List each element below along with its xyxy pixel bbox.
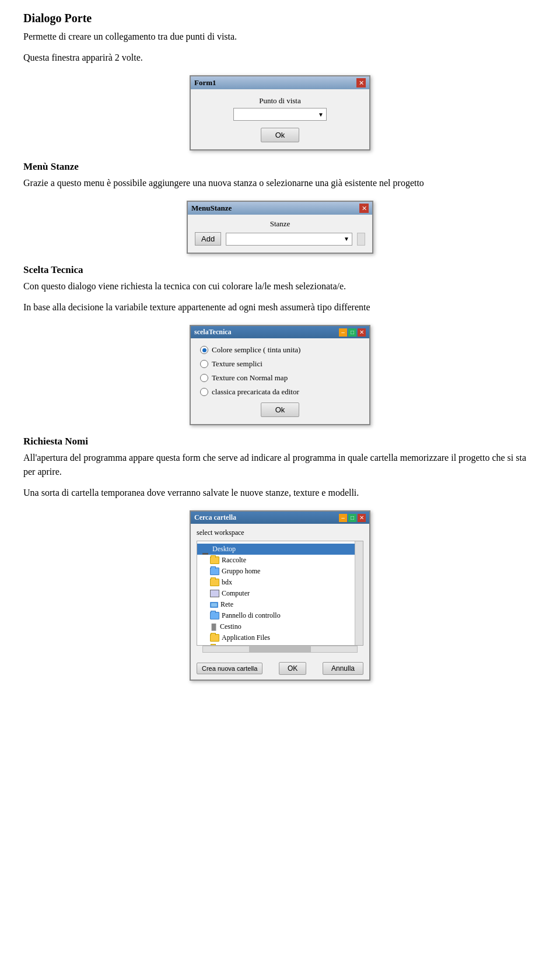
tree-item-label-cestino: Cestino (220, 622, 242, 631)
radio-circle-4[interactable] (200, 388, 208, 396)
menustanze-titlebar: MenuStanze ✕ (188, 202, 372, 215)
tree-item-label-rete: Rete (220, 600, 233, 609)
form1-titlebar: Form1 ✕ (191, 76, 369, 89)
tree-item-desktop[interactable]: Desktop (197, 544, 363, 555)
cerca-close-button[interactable]: ✕ (358, 514, 366, 522)
cerca-minimize-button[interactable]: – (339, 514, 347, 522)
scelta-tecnica-line1: Con questo dialogo viene richiesta la te… (23, 279, 537, 293)
menustanze-stanze-label: Stanze (195, 219, 365, 229)
form1-label: Punto di vista (200, 96, 360, 106)
tree-item-label-appfiles: Application Files (222, 633, 270, 642)
radio-label-3: Texture con Normal map (212, 373, 288, 383)
menustanze-dropdown[interactable]: ▼ (226, 233, 352, 246)
tree-item-appfiles[interactable]: Application Files (201, 632, 359, 643)
cerca-footer: Crea nuova cartella OK Annulla (191, 657, 369, 680)
menustanze-body: Stanze Add ▼ (188, 215, 372, 253)
cerca-title: Cerca cartella (194, 513, 236, 522)
form1-title: Form1 (194, 78, 216, 87)
tree-item-label-computer: Computer (222, 589, 250, 598)
scelatecnica-dialog: scelaTecnica – □ ✕ Colore semplice ( tin… (190, 325, 370, 425)
tree-item-bdx[interactable]: bdx (201, 577, 359, 588)
tree-item-rete[interactable]: Rete (201, 599, 359, 610)
menu-stanze-desc: Grazie a questo menu è possibile aggiung… (23, 176, 537, 190)
cerca-body: select workspace Desktop Raccolte (191, 524, 369, 657)
scelatecnica-body: Colore semplice ( tinta unita) Texture s… (191, 338, 369, 424)
computer-icon (210, 590, 219, 597)
richiesta-nomi-line1: All'apertura del programma appare questa… (23, 451, 537, 479)
radio-option-2[interactable]: Texture semplici (200, 359, 360, 369)
tree-item-label-bdx: bdx (222, 578, 232, 587)
crea-nuova-cartella-button[interactable]: Crea nuova cartella (197, 663, 262, 674)
tree-item-label-raccolte: Raccolte (222, 556, 246, 565)
richiesta-nomi-line2: Una sorta di cartella temporanea dove ve… (23, 486, 537, 500)
form1-dialog-container: Form1 ✕ Punto di vista ▼ Ok (23, 75, 537, 150)
tree-item-gruppo-home[interactable]: Gruppo home (201, 566, 359, 577)
tree-item-cestino[interactable]: Cestino (201, 621, 359, 632)
menustanze-dialog: MenuStanze ✕ Stanze Add ▼ (187, 201, 373, 254)
form1-body: Punto di vista ▼ Ok (191, 89, 369, 149)
tree-item-raccolte[interactable]: Raccolte (201, 555, 359, 566)
subtitle-line2: Questa finestra apparirà 2 volte. (23, 51, 537, 65)
scelta-tecnica-title: Scelta Tecnica (23, 264, 537, 276)
tree-vertical-scrollbar[interactable] (355, 541, 363, 645)
chevron-down-icon: ▼ (344, 236, 349, 242)
cerca-dialog: Cerca cartella – □ ✕ select workspace De… (190, 510, 370, 681)
folder-icon-pannello (210, 612, 219, 619)
radio-option-4[interactable]: classica precaricata da editor (200, 387, 360, 397)
folder-icon-appfiles (210, 634, 219, 642)
scelatecnica-title: scelaTecnica (194, 328, 232, 337)
menustanze-add-button[interactable]: Add (195, 232, 221, 246)
form1-close-button[interactable]: ✕ (356, 78, 366, 87)
chevron-down-icon: ▼ (318, 111, 324, 118)
tree-item-pannello[interactable]: Pannello di controllo (201, 610, 359, 621)
radio-option-1[interactable]: Colore semplice ( tinta unita) (200, 345, 360, 355)
menustanze-row: Add ▼ (195, 232, 365, 246)
scelatecnica-title-buttons: – □ ✕ (339, 328, 366, 337)
cerca-horizontal-scrollbar[interactable] (202, 646, 358, 653)
radio-label-1: Colore semplice ( tinta unita) (212, 345, 300, 355)
cerca-title-buttons: – □ ✕ (339, 514, 366, 522)
cerca-subtitle: select workspace (197, 528, 363, 537)
form1-dialog: Form1 ✕ Punto di vista ▼ Ok (190, 75, 370, 150)
radio-label-2: Texture semplici (212, 359, 262, 369)
tree-item-label-gruppo-home: Gruppo home (222, 567, 260, 576)
menustanze-dialog-container: MenuStanze ✕ Stanze Add ▼ (23, 201, 537, 254)
richiesta-nomi-title: Richiesta Nomi (23, 436, 537, 447)
page-title: Dialogo Porte (23, 12, 537, 25)
menustanze-close-button[interactable]: ✕ (359, 204, 369, 213)
radio-label-4: classica precaricata da editor (212, 387, 299, 397)
cerca-titlebar: Cerca cartella – □ ✕ (191, 512, 369, 524)
scelatecnica-minimize-button[interactable]: – (339, 328, 347, 337)
cerca-ok-button[interactable]: OK (279, 662, 306, 675)
radio-circle-1[interactable] (200, 346, 208, 354)
folder-icon-gruppo-home (210, 568, 219, 575)
scrollbar-thumb (249, 646, 311, 652)
folder-icon-raccolte (210, 556, 219, 564)
cerca-maximize-button[interactable]: □ (348, 514, 356, 522)
form1-dropdown[interactable]: ▼ (233, 108, 327, 121)
scelatecnica-dialog-container: scelaTecnica – □ ✕ Colore semplice ( tin… (23, 325, 537, 425)
cerca-tree[interactable]: Desktop Raccolte Gruppo home (197, 541, 363, 646)
radio-circle-3[interactable] (200, 374, 208, 382)
radio-option-3[interactable]: Texture con Normal map (200, 373, 360, 383)
folder-icon-bdx (210, 579, 219, 586)
trash-icon (210, 623, 218, 631)
scelatecnica-ok-button[interactable]: Ok (261, 402, 300, 417)
tree-item-label-pannello: Pannello di controllo (222, 611, 281, 620)
cerca-annulla-button[interactable]: Annulla (323, 662, 363, 675)
subtitle-line1: Permette di creare un collegamento tra d… (23, 30, 537, 44)
desktop-icon (201, 545, 210, 553)
scelta-tecnica-line2: In base alla decisione la variabile text… (23, 300, 537, 314)
scelatecnica-close-button[interactable]: ✕ (358, 328, 366, 337)
radio-circle-2[interactable] (200, 360, 208, 368)
menustanze-scrollbar[interactable] (357, 233, 365, 246)
cerca-dialog-container: Cerca cartella – □ ✕ select workspace De… (23, 510, 537, 681)
form1-ok-button[interactable]: Ok (261, 128, 300, 142)
network-icon (210, 602, 218, 608)
menu-stanze-title: Menù Stanze (23, 161, 537, 173)
tree-item-computer[interactable]: Computer (201, 588, 359, 599)
menustanze-title: MenuStanze (191, 204, 232, 213)
scelatecnica-titlebar: scelaTecnica – □ ✕ (191, 326, 369, 338)
scelatecnica-maximize-button[interactable]: □ (348, 328, 356, 337)
cerca-tree-inner: Desktop Raccolte Gruppo home (197, 541, 363, 646)
